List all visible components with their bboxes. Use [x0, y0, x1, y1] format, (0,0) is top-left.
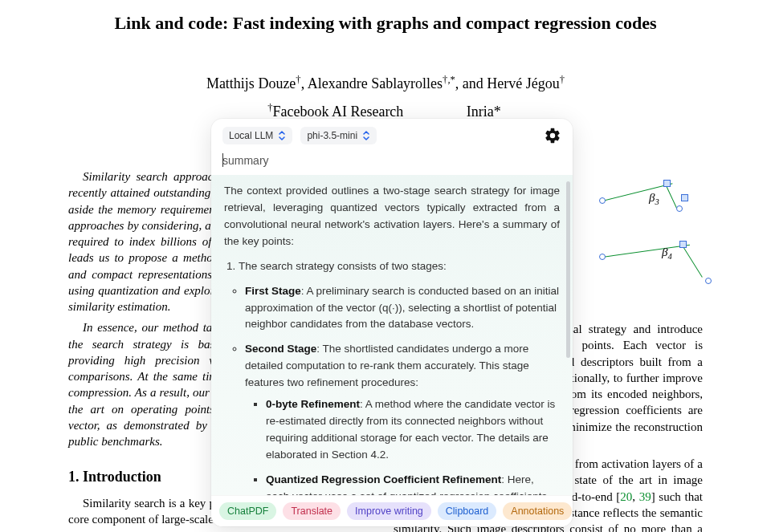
model-provider-select[interactable]: Local LLM — [222, 127, 292, 144]
model-name-select[interactable]: phi-3.5-mini — [300, 127, 377, 144]
query-row — [211, 149, 573, 175]
response-stage2: Second Stage: The shortlisted candidates… — [245, 341, 560, 495]
model-name-label: phi-3.5-mini — [307, 130, 357, 141]
response-ref1: 0-byte Refinement: A method where the ca… — [266, 396, 560, 464]
response-ol-item: The search strategy consists of two stag… — [239, 258, 560, 275]
assistant-panel: Local LLM phi-3.5-mini The context provi… — [211, 119, 573, 526]
model-provider-label: Local LLM — [229, 130, 273, 141]
scrollbar-thumb[interactable] — [566, 181, 570, 358]
panel-header: Local LLM phi-3.5-mini — [211, 119, 573, 149]
action-improve[interactable]: Improve writing — [347, 502, 431, 520]
settings-button[interactable] — [544, 127, 561, 144]
panel-response: The context provided outlines a two-stag… — [211, 175, 573, 495]
response-stage1: First Stage: A preliminary search is con… — [245, 283, 560, 334]
text-caret — [222, 153, 223, 167]
action-translate[interactable]: Translate — [283, 502, 341, 520]
action-clipboard[interactable]: Clipboard — [438, 502, 497, 520]
chevron-up-down-icon — [362, 131, 370, 140]
paper-title: Link and code: Fast indexing with graphs… — [68, 13, 703, 34]
paper-affiliations: †Facebook AI Research Inria* — [68, 102, 703, 120]
paper-authors: Matthijs Douze†, Alexandre Sablayrolles†… — [68, 74, 703, 92]
panel-footer: ChatPDF Translate Improve writing Clipbo… — [211, 495, 573, 526]
query-input[interactable] — [222, 152, 561, 169]
response-intro: The context provided outlines a two-stag… — [224, 183, 560, 250]
action-annotations[interactable]: Annotations — [503, 502, 572, 520]
action-chatpdf[interactable]: ChatPDF — [219, 502, 276, 520]
response-ref2: Quantized Regression Coefficient Refinem… — [266, 472, 560, 495]
chevron-up-down-icon — [278, 131, 286, 140]
